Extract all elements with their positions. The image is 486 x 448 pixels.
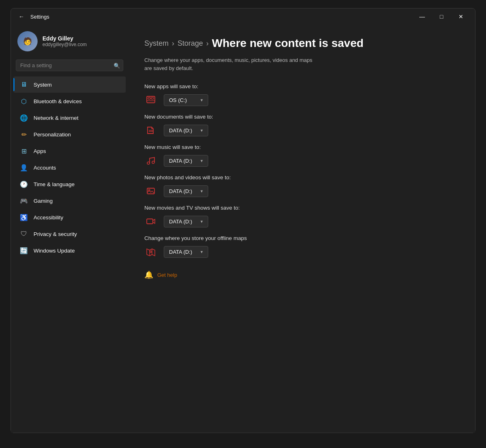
search-box: 🔍 — [16, 59, 123, 71]
maps-save-value: DATA (D:) — [169, 249, 192, 255]
svg-rect-2 — [151, 98, 154, 99]
music-save-icon — [144, 154, 157, 167]
photos-save-value: DATA (D:) — [169, 188, 192, 194]
sidebar-item-accessibility[interactable]: ♿ Accessibility — [13, 209, 126, 225]
setting-row-movies: DATA (D:) ▾ — [144, 215, 459, 228]
breadcrumb-sep-1: › — [172, 39, 174, 48]
sidebar-item-time[interactable]: 🕐 Time & language — [13, 176, 126, 192]
movies-save-dropdown[interactable]: DATA (D:) ▾ — [164, 216, 208, 227]
bluetooth-icon: ⬡ — [20, 97, 28, 105]
setting-row-apps: OS (C:) ▾ — [144, 93, 459, 106]
sidebar-item-apps[interactable]: ⊞ Apps — [13, 143, 126, 159]
sidebar-item-accounts[interactable]: 👤 Accounts — [13, 159, 126, 176]
sidebar-item-network[interactable]: 🌐 Network & internet — [13, 110, 126, 126]
breadcrumb-storage[interactable]: Storage — [177, 39, 203, 48]
main-content: System › Storage › Where new content is … — [128, 25, 475, 433]
music-dropdown-arrow: ▾ — [201, 158, 203, 163]
photos-save-dropdown[interactable]: DATA (D:) ▾ — [164, 185, 208, 197]
maps-save-icon — [144, 245, 157, 258]
close-button[interactable]: ✕ — [452, 10, 470, 23]
user-email: eddygilley@live.com — [42, 42, 87, 47]
svg-rect-8 — [147, 188, 154, 194]
sidebar-label-accessibility: Accessibility — [34, 214, 63, 221]
sidebar-label-system: System — [34, 82, 52, 88]
page-description: Change where your apps, documents, music… — [144, 56, 459, 72]
get-help[interactable]: 🔔 Get help — [144, 270, 459, 279]
breadcrumb: System › Storage › Where new content is … — [144, 37, 459, 50]
sidebar-item-bluetooth[interactable]: ⬡ Bluetooth & devices — [13, 93, 126, 109]
svg-rect-10 — [147, 219, 153, 224]
user-name: Eddy Gilley — [42, 35, 87, 42]
apps-icon: ⊞ — [20, 147, 28, 155]
sidebar: 🧑 Eddy Gilley eddygilley@live.com 🔍 🖥 Sy… — [11, 25, 128, 433]
sidebar-label-apps: Apps — [34, 148, 46, 154]
user-profile: 🧑 Eddy Gilley eddygilley@live.com — [11, 28, 128, 58]
documents-save-icon — [144, 124, 157, 137]
sidebar-item-gaming[interactable]: 🎮 Gaming — [13, 193, 126, 209]
sidebar-item-personalization[interactable]: ✏ Personalization — [13, 126, 126, 142]
time-icon: 🕐 — [20, 180, 28, 188]
get-help-label: Get help — [157, 272, 177, 278]
search-input[interactable] — [16, 59, 123, 71]
setting-label-music: New music will save to: — [144, 144, 459, 150]
breadcrumb-system[interactable]: System — [144, 39, 169, 48]
sidebar-item-system[interactable]: 🖥 System — [13, 76, 126, 93]
minimize-button[interactable]: — — [413, 10, 431, 23]
personalization-icon: ✏ — [20, 130, 28, 138]
setting-row-photos: DATA (D:) ▾ — [144, 185, 459, 197]
setting-group-music: New music will save to: DATA (D:) ▾ — [144, 144, 459, 167]
setting-row-maps: DATA (D:) ▾ — [144, 245, 459, 258]
music-save-value: DATA (D:) — [169, 158, 192, 164]
update-icon: 🔄 — [20, 246, 28, 255]
sidebar-nav: 🖥 System ⬡ Bluetooth & devices 🌐 Network… — [11, 76, 128, 259]
sidebar-label-update: Windows Update — [34, 248, 75, 254]
setting-label-documents: New documents will save to: — [144, 114, 459, 120]
maps-dropdown-arrow: ▾ — [201, 249, 203, 255]
setting-row-music: DATA (D:) ▾ — [144, 154, 459, 167]
music-save-dropdown[interactable]: DATA (D:) ▾ — [164, 155, 208, 167]
apps-save-dropdown[interactable]: OS (C:) ▾ — [164, 94, 208, 106]
movies-save-value: DATA (D:) — [169, 219, 192, 225]
photos-save-icon — [144, 185, 157, 197]
movies-dropdown-arrow: ▾ — [201, 219, 203, 224]
titlebar: ← Settings — □ ✕ — [11, 8, 475, 25]
avatar: 🧑 — [17, 31, 38, 51]
back-button[interactable]: ← — [16, 11, 27, 22]
sidebar-label-gaming: Gaming — [34, 198, 53, 204]
window-controls: — □ ✕ — [413, 10, 470, 23]
get-help-icon: 🔔 — [144, 270, 153, 279]
documents-dropdown-arrow: ▾ — [201, 128, 203, 133]
svg-rect-1 — [148, 98, 150, 99]
setting-group-photos: New photos and videos will save to: DATA… — [144, 174, 459, 197]
breadcrumb-sep-2: › — [206, 39, 209, 48]
sidebar-label-personalization: Personalization — [34, 132, 71, 138]
search-icon: 🔍 — [114, 62, 120, 68]
sidebar-label-bluetooth: Bluetooth & devices — [34, 98, 82, 104]
sidebar-label-privacy: Privacy & security — [34, 231, 77, 237]
sidebar-label-network: Network & internet — [34, 115, 78, 121]
setting-group-maps: Change where you store your offline maps… — [144, 235, 459, 258]
documents-save-value: DATA (D:) — [169, 127, 192, 134]
sidebar-label-time: Time & language — [34, 181, 75, 187]
svg-rect-0 — [147, 96, 155, 103]
setting-label-photos: New photos and videos will save to: — [144, 174, 459, 180]
apps-dropdown-arrow: ▾ — [201, 98, 203, 103]
page-title: Where new content is saved — [212, 37, 363, 50]
documents-save-dropdown[interactable]: DATA (D:) ▾ — [164, 125, 208, 136]
sidebar-item-update[interactable]: 🔄 Windows Update — [13, 242, 126, 259]
apps-save-value: OS (C:) — [169, 97, 187, 103]
window-title: Settings — [30, 14, 49, 20]
network-icon: 🌐 — [20, 114, 28, 122]
gaming-icon: 🎮 — [20, 197, 28, 205]
photos-dropdown-arrow: ▾ — [201, 189, 203, 194]
privacy-icon: 🛡 — [20, 230, 28, 238]
setting-row-documents: DATA (D:) ▾ — [144, 124, 459, 137]
setting-label-apps: New apps will save to: — [144, 83, 459, 89]
movies-save-icon — [144, 215, 157, 228]
setting-label-movies: New movies and TV shows will save to: — [144, 205, 459, 211]
sidebar-label-accounts: Accounts — [34, 165, 56, 171]
maps-save-dropdown[interactable]: DATA (D:) ▾ — [164, 246, 208, 258]
user-info: Eddy Gilley eddygilley@live.com — [42, 35, 87, 47]
sidebar-item-privacy[interactable]: 🛡 Privacy & security — [13, 226, 126, 242]
maximize-button[interactable]: □ — [432, 10, 451, 23]
